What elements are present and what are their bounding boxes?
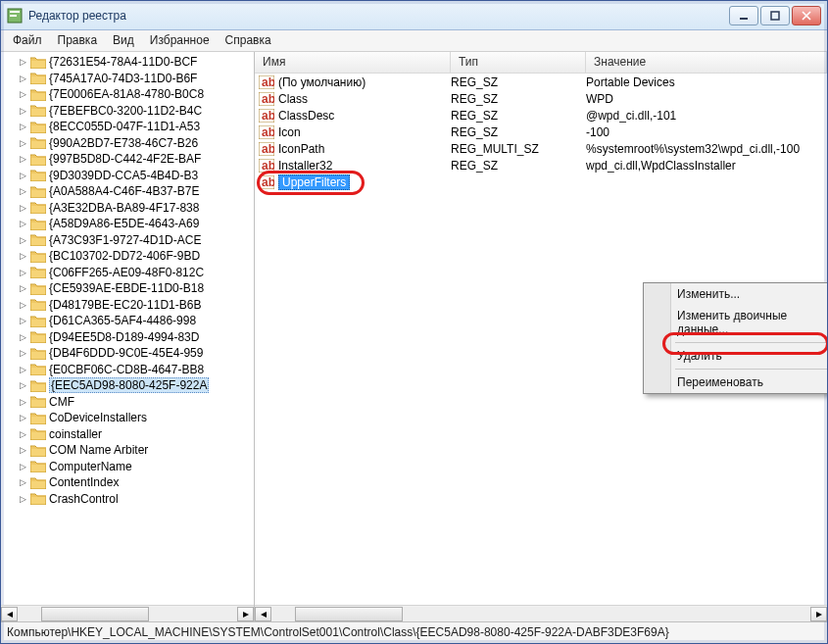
expand-icon[interactable]: ▷ [17,219,28,228]
expand-icon[interactable]: ▷ [17,154,28,164]
menu-view[interactable]: Вид [105,30,142,51]
col-value[interactable]: Значение [586,52,827,73]
value-row[interactable]: abClassDescREG_SZ@wpd_ci.dll,-101 [255,107,827,124]
value-row[interactable]: abIconREG_SZ-100 [255,124,827,140]
tree-item[interactable]: ▷{E0CBF06C-CD8B-4647-BB8 [1,362,254,378]
tree-label: {D48179BE-EC20-11D1-B6B [49,298,201,312]
values-hscrollbar[interactable]: ◂ ▸ [255,605,827,621]
tree-label: {7EBEFBC0-3200-11D2-B4C [49,104,202,118]
expand-icon[interactable]: ▷ [17,74,28,83]
value-data: %systemroot%\system32\wpd_ci.dll,-100 [586,142,827,156]
tree-item[interactable]: ▷{A0A588A4-C46F-4B37-B7E [1,183,254,200]
minimize-button[interactable] [729,6,758,25]
values-panel: Имя Тип Значение ab(По умолчанию)REG_SZP… [255,52,827,621]
expand-icon[interactable]: ▷ [17,445,28,455]
tree-item[interactable]: ▷CMF [1,394,254,411]
tree-label: {A73C93F1-9727-4D1D-ACE [49,233,201,247]
menu-item[interactable]: Удалить [644,345,827,367]
svg-rect-2 [10,15,17,17]
menu-separator [675,342,827,343]
expand-icon[interactable]: ▷ [17,138,28,148]
scroll-right-icon[interactable]: ▸ [810,607,827,621]
tree-item[interactable]: ▷ComputerName [1,459,254,475]
value-row[interactable]: ab(По умолчанию)REG_SZPortable Devices [255,74,827,90]
expand-icon[interactable]: ▷ [17,332,28,342]
menu-favorites[interactable]: Избранное [142,30,218,51]
tree-item[interactable]: ▷ContentIndex [1,474,254,491]
scroll-right-icon[interactable]: ▸ [237,607,254,621]
tree-item[interactable]: ▷{D94EE5D8-D189-4994-83D [1,329,254,346]
menu-item[interactable]: Переименовать [644,372,827,393]
value-row[interactable]: abInstaller32REG_SZwpd_ci.dll,WpdClassIn… [255,157,827,173]
folder-icon [30,266,46,278]
expand-icon[interactable]: ▷ [17,283,28,293]
tree-label: {745A17A0-74D3-11D0-B6F [49,72,197,85]
expand-icon[interactable]: ▷ [17,462,28,471]
maximize-button[interactable] [760,6,790,25]
titlebar[interactable]: Редактор реестра [1,1,827,30]
expand-icon[interactable]: ▷ [17,477,28,487]
value-row[interactable]: abClassREG_SZWPD [255,90,827,107]
expand-icon[interactable]: ▷ [17,300,28,310]
tree-item[interactable]: ▷{A73C93F1-9727-4D1D-ACE [1,232,254,249]
expand-icon[interactable]: ▷ [17,413,28,422]
expand-icon[interactable]: ▷ [17,122,28,131]
menu-edit[interactable]: Правка [50,30,106,51]
expand-icon[interactable]: ▷ [17,380,28,390]
expand-icon[interactable]: ▷ [17,203,28,213]
expand-icon[interactable]: ▷ [17,429,28,439]
menu-file[interactable]: Файл [5,30,50,51]
expand-icon[interactable]: ▷ [17,365,28,374]
scroll-left-icon[interactable]: ◂ [1,607,18,621]
tree-item[interactable]: ▷{7E0006EA-81A8-4780-B0C8 [1,86,254,103]
value-row[interactable]: abUpperFilters [255,173,827,190]
tree-item[interactable]: ▷{9D3039DD-CCA5-4B4D-B3 [1,168,254,184]
expand-icon[interactable]: ▷ [17,268,28,277]
expand-icon[interactable]: ▷ [17,171,28,180]
string-value-icon: ab [259,159,274,173]
menu-help[interactable]: Справка [218,30,279,51]
tree-item[interactable]: ▷{A58D9A86-E5DE-4643-A69 [1,216,254,232]
expand-icon[interactable]: ▷ [17,186,28,196]
tree-item[interactable]: ▷{990A2BD7-E738-46C7-B26 [1,135,254,152]
tree-item[interactable]: ▷{745A17A0-74D3-11D0-B6F [1,71,254,87]
tree-label: coinstaller [49,427,102,441]
tree-item[interactable]: ▷CrashControl [1,491,254,508]
expand-icon[interactable]: ▷ [17,494,28,504]
tree-item[interactable]: ▷{8ECC055D-047F-11D1-A53 [1,119,254,135]
expand-icon[interactable]: ▷ [17,235,28,245]
column-headers[interactable]: Имя Тип Значение [255,52,827,74]
menu-item[interactable]: Изменить... [644,283,827,305]
expand-icon[interactable]: ▷ [17,316,28,325]
menu-item[interactable]: Изменить двоичные данные... [644,305,827,340]
expand-icon[interactable]: ▷ [17,251,28,261]
tree-item[interactable]: ▷{DB4F6DDD-9C0E-45E4-959 [1,345,254,362]
tree-item[interactable]: ▷{A3E32DBA-BA89-4F17-838 [1,200,254,217]
expand-icon[interactable]: ▷ [17,89,28,99]
col-name[interactable]: Имя [255,52,451,73]
tree-hscrollbar[interactable]: ◂ ▸ [1,605,254,621]
value-row[interactable]: abIconPathREG_MULTI_SZ%systemroot%\syste… [255,140,827,157]
tree-item[interactable]: ▷{7EBEFBC0-3200-11D2-B4C [1,103,254,120]
scroll-left-icon[interactable]: ◂ [255,607,271,621]
folder-icon [30,412,46,424]
tree-item[interactable]: ▷{BC103702-DD72-406F-9BD [1,248,254,265]
svg-text:ab: ab [262,125,274,139]
tree-item[interactable]: ▷{CE5939AE-EBDE-11D0-B18 [1,280,254,297]
tree-item[interactable]: ▷CoDeviceInstallers [1,410,254,426]
tree-item[interactable]: ▷coinstaller [1,426,254,443]
expand-icon[interactable]: ▷ [17,106,28,116]
tree-item[interactable]: ▷{D61CA365-5AF4-4486-998 [1,313,254,329]
tree-item[interactable]: ▷{997B5D8D-C442-4F2E-BAF [1,151,254,168]
close-button[interactable] [792,6,821,25]
tree-item[interactable]: ▷COM Name Arbiter [1,442,254,459]
expand-icon[interactable]: ▷ [17,57,28,67]
tree-item[interactable]: ▷{D48179BE-EC20-11D1-B6B [1,297,254,314]
tree-item[interactable]: ▷{C06FF265-AE09-48F0-812C [1,265,254,281]
tree-item[interactable]: ▷{EEC5AD98-8080-425F-922A [1,377,254,394]
col-type[interactable]: Тип [451,52,586,73]
expand-icon[interactable]: ▷ [17,348,28,358]
expand-icon[interactable]: ▷ [17,397,28,407]
tree-item[interactable]: ▷{72631E54-78A4-11D0-BCF [1,54,254,71]
tree-label: CrashControl [49,492,119,506]
